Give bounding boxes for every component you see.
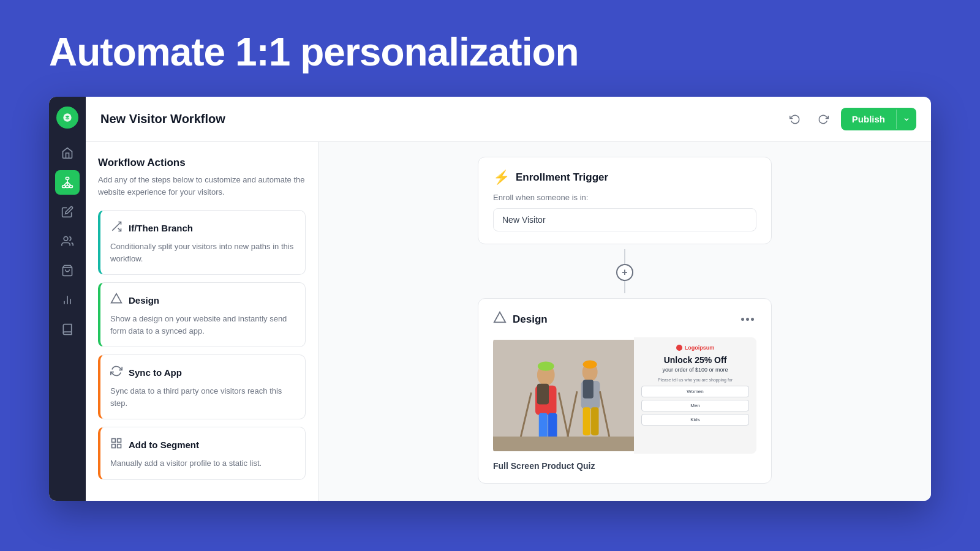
design-card-footer: Full Screen Product Quiz <box>493 461 756 471</box>
triangle-icon <box>110 293 123 305</box>
promo-logo: Logoipsum <box>676 345 715 351</box>
panel-description: Add any of the steps below to customize … <box>98 174 306 198</box>
svg-rect-4 <box>69 186 72 187</box>
action-card-segment[interactable]: Add to Segment Manually add a visitor pr… <box>98 427 306 480</box>
connector-line-top <box>624 249 625 264</box>
sidebar-logo[interactable] <box>56 107 78 129</box>
design-card-header-left: Design <box>493 311 548 328</box>
action-card-header: If/Then Branch <box>110 220 295 236</box>
redo-icon <box>818 114 829 125</box>
trigger-header: ⚡ Enrollment Trigger <box>493 170 756 186</box>
if-then-title: If/Then Branch <box>129 223 193 233</box>
home-icon <box>61 147 74 159</box>
svg-rect-35 <box>583 407 590 435</box>
users-icon <box>61 235 74 247</box>
chevron-down-icon <box>903 116 910 123</box>
design-card-icon <box>493 311 507 328</box>
action-card-header-design: Design <box>110 293 295 308</box>
design-triangle-icon <box>493 311 507 324</box>
svg-rect-19 <box>118 444 121 448</box>
sidebar <box>49 97 86 501</box>
connector-line-bottom <box>624 281 625 293</box>
svg-rect-3 <box>66 186 69 187</box>
action-card-header-segment: Add to Segment <box>110 437 295 452</box>
dot1 <box>741 318 744 321</box>
promo-sub: your order of $100 or more <box>662 367 728 373</box>
svg-rect-1 <box>66 178 69 179</box>
svg-point-9 <box>64 237 68 241</box>
sync-icon <box>110 365 123 380</box>
svg-point-24 <box>538 361 554 370</box>
svg-point-32 <box>583 361 597 369</box>
panel-title: Workflow Actions <box>98 157 306 169</box>
dot3 <box>751 318 754 321</box>
action-card-sync[interactable]: Sync to App Sync data to a third party o… <box>98 354 306 419</box>
main-content: New Visitor Workflow Publish <box>86 97 931 501</box>
undo-button[interactable] <box>785 109 805 130</box>
svg-rect-20 <box>112 444 116 448</box>
svg-marker-16 <box>111 294 122 303</box>
svg-line-8 <box>67 182 71 186</box>
trigger-input[interactable] <box>493 208 756 231</box>
shopping-icon <box>61 264 74 277</box>
action-card-if-then[interactable]: If/Then Branch Conditionally split your … <box>98 210 306 275</box>
publish-label: Publish <box>841 108 896 130</box>
sidebar-item-edit[interactable] <box>55 200 80 224</box>
svg-rect-18 <box>118 439 121 443</box>
svg-rect-27 <box>539 413 548 440</box>
design-action-desc: Show a design on your website and instan… <box>110 313 295 337</box>
sidebar-item-analytics[interactable] <box>55 288 80 312</box>
promo-option-women[interactable]: Women <box>641 386 749 397</box>
app-container: New Visitor Workflow Publish <box>49 97 931 501</box>
connector: + <box>616 249 633 293</box>
action-card-design[interactable]: Design Show a design on your website and… <box>98 282 306 347</box>
more-options-button[interactable] <box>739 315 756 323</box>
sitemap-icon <box>61 176 74 189</box>
sidebar-item-library[interactable] <box>55 317 80 342</box>
promo-option-men[interactable]: Men <box>641 400 749 411</box>
action-card-header-sync: Sync to App <box>110 365 295 380</box>
branch-icon <box>110 220 123 233</box>
promo-question: Please tell us who you are shopping for <box>658 378 733 382</box>
content-row: Workflow Actions Add any of the steps be… <box>86 142 931 501</box>
design-workflow-card: Design <box>478 298 772 484</box>
hero-title: Automate 1:1 personalization <box>0 0 980 97</box>
header-actions: Publish <box>785 108 916 130</box>
publish-button[interactable]: Publish <box>841 108 916 130</box>
chart-icon <box>61 294 74 306</box>
promo-headline: Unlock 25% Off <box>664 354 727 365</box>
design-preview: Logoipsum Unlock 25% Off your order of $… <box>493 337 756 454</box>
sync-title: Sync to App <box>129 367 182 378</box>
design-action-icon <box>110 293 123 308</box>
sync-desc: Sync data to a third party once visitors… <box>110 385 295 409</box>
sidebar-item-shop[interactable] <box>55 258 80 283</box>
sidebar-item-users[interactable] <box>55 229 80 253</box>
if-then-desc: Conditionally split your visitors into n… <box>110 241 295 264</box>
add-step-button[interactable]: + <box>616 264 633 281</box>
preview-image <box>493 337 634 454</box>
edit-icon <box>61 206 74 218</box>
svg-rect-39 <box>493 437 634 451</box>
trigger-label: Enroll when someone is in: <box>493 193 756 202</box>
sidebar-item-home[interactable] <box>55 141 80 165</box>
svg-rect-34 <box>583 380 594 399</box>
logo-icon <box>61 111 74 124</box>
redo-button[interactable] <box>813 109 834 130</box>
svg-rect-28 <box>548 413 557 440</box>
design-action-title: Design <box>129 295 159 305</box>
workflow-title: New Visitor Workflow <box>100 112 225 126</box>
hiker-image-svg <box>493 337 634 454</box>
promo-option-kids[interactable]: Kids <box>641 414 749 425</box>
svg-rect-2 <box>62 186 66 187</box>
sidebar-item-sitemap[interactable] <box>55 170 80 195</box>
header: New Visitor Workflow Publish <box>86 97 931 142</box>
refresh-icon <box>110 365 123 377</box>
if-then-icon <box>110 220 123 236</box>
promo-panel: Logoipsum Unlock 25% Off your order of $… <box>634 337 756 454</box>
svg-rect-22 <box>493 340 634 451</box>
segment-desc: Manually add a visitor profile to a stat… <box>110 457 295 470</box>
svg-marker-21 <box>494 312 505 322</box>
svg-rect-36 <box>591 407 598 435</box>
publish-dropdown-arrow[interactable] <box>896 110 916 129</box>
lightning-icon: ⚡ <box>493 170 510 186</box>
